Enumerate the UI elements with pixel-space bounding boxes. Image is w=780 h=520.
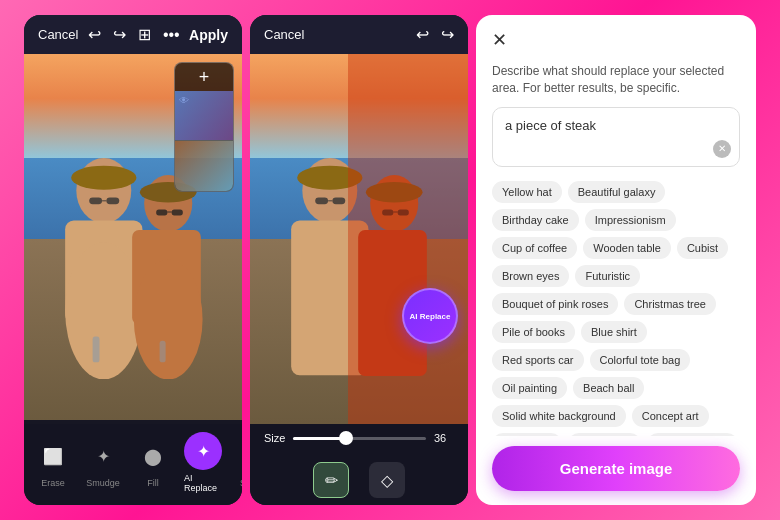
ai-replace-fab-label: AI Replace bbox=[410, 312, 451, 321]
dialog-description: Describe what should replace your select… bbox=[476, 59, 756, 107]
tool-erase[interactable]: ⬜ Erase bbox=[28, 433, 78, 492]
prompt-input[interactable]: a piece of steak ✕ bbox=[492, 107, 740, 167]
brush-icon: ✏ bbox=[325, 471, 338, 490]
tool-smudge[interactable]: ✦ Smudge bbox=[78, 433, 128, 492]
suggestion-chip[interactable]: Blue shirt bbox=[581, 321, 647, 343]
suggestion-chip[interactable]: Solid white background bbox=[492, 405, 626, 427]
svg-rect-12 bbox=[172, 209, 183, 215]
suggestion-chip[interactable]: Concept art bbox=[632, 405, 709, 427]
size-label: Size bbox=[264, 432, 285, 444]
editor-panel-2: Cancel ↩ ↪ bbox=[250, 15, 468, 505]
suggestion-chip[interactable]: Red sports car bbox=[492, 349, 584, 371]
erase-icon: ⬜ bbox=[43, 447, 63, 466]
shape-label: Shape bbox=[240, 478, 242, 488]
ai-replace-fab[interactable]: AI Replace bbox=[402, 288, 458, 344]
panel1-header: Cancel ↩ ↪ ⊞ ••• Apply bbox=[24, 15, 242, 54]
fill-label: Fill bbox=[147, 478, 159, 488]
cancel-button-1[interactable]: Cancel bbox=[38, 27, 78, 42]
brush-tool-icon[interactable]: ✏ bbox=[313, 462, 349, 498]
undo-icon[interactable]: ↩ bbox=[88, 25, 101, 44]
ai-replace-dialog: ✕ Describe what should replace your sele… bbox=[476, 15, 756, 505]
svg-rect-20 bbox=[332, 197, 345, 204]
layer-thumb-2[interactable] bbox=[175, 141, 233, 191]
svg-point-23 bbox=[366, 181, 423, 202]
svg-point-1 bbox=[71, 165, 136, 189]
svg-point-10 bbox=[134, 259, 203, 379]
add-layer-button[interactable]: + bbox=[175, 63, 233, 91]
tool-fill[interactable]: ⬤ Fill bbox=[128, 433, 178, 492]
layers-icon[interactable]: ⊞ bbox=[138, 25, 151, 44]
suggestion-chip[interactable]: Oil painting bbox=[492, 377, 567, 399]
eraser-tool-icon[interactable]: ◇ bbox=[369, 462, 405, 498]
dialog-header: ✕ bbox=[476, 15, 756, 59]
smudge-label: Smudge bbox=[86, 478, 120, 488]
svg-rect-11 bbox=[156, 209, 167, 215]
layer-thumb-1[interactable]: 👁 bbox=[175, 91, 233, 141]
tool-shape[interactable]: ⬡ Shape bbox=[228, 433, 242, 492]
ai-replace-icon: ✦ bbox=[197, 442, 210, 461]
redo-icon-2[interactable]: ↪ bbox=[441, 25, 454, 44]
svg-rect-15 bbox=[160, 340, 166, 361]
panel1-header-icons: ↩ ↪ ⊞ ••• bbox=[88, 25, 180, 44]
size-slider-area: Size 36 bbox=[250, 424, 468, 452]
svg-rect-4 bbox=[89, 197, 102, 204]
panel2-header-icons: ↩ ↪ bbox=[416, 25, 454, 44]
generate-btn-wrap: Generate image bbox=[476, 436, 756, 505]
svg-rect-14 bbox=[93, 336, 100, 362]
suggestion-chip[interactable]: Bouquet of pink roses bbox=[492, 293, 618, 315]
clear-input-button[interactable]: ✕ bbox=[713, 140, 731, 158]
suggestion-chip[interactable]: Beach ball bbox=[573, 377, 644, 399]
prompt-input-value: a piece of steak bbox=[505, 118, 727, 133]
panel2-header: Cancel ↩ ↪ bbox=[250, 15, 468, 54]
editor-panel-1: Cancel ↩ ↪ ⊞ ••• Apply bbox=[24, 15, 242, 505]
svg-rect-5 bbox=[106, 197, 119, 204]
svg-rect-26 bbox=[398, 209, 409, 215]
tools-bar: ⬜ Erase ✦ Smudge ⬤ Fill bbox=[24, 420, 242, 505]
suggestion-chip[interactable]: Futuristic bbox=[575, 265, 640, 287]
svg-rect-18 bbox=[291, 220, 368, 375]
panel2-bottom-tools: ✏ ◇ bbox=[250, 452, 468, 505]
redo-icon[interactable]: ↪ bbox=[113, 25, 126, 44]
apply-button[interactable]: Apply bbox=[189, 27, 228, 43]
suggestion-chip[interactable]: Colorful tote bag bbox=[590, 349, 691, 371]
erase-label: Erase bbox=[41, 478, 65, 488]
suggestion-chip[interactable]: Cubist bbox=[677, 237, 728, 259]
svg-rect-25 bbox=[382, 209, 393, 215]
size-track[interactable] bbox=[293, 437, 426, 440]
suggestion-chip[interactable]: Pile of books bbox=[492, 321, 575, 343]
undo-icon-2[interactable]: ↩ bbox=[416, 25, 429, 44]
suggestion-chip[interactable]: Wooden table bbox=[583, 237, 671, 259]
layers-thumbnail[interactable]: + 👁 bbox=[174, 62, 234, 192]
generate-image-button[interactable]: Generate image bbox=[492, 446, 740, 491]
more-icon[interactable]: ••• bbox=[163, 26, 180, 44]
suggestion-chips: Yellow hatBeautiful galaxyBirthday cakeI… bbox=[476, 177, 756, 436]
suggestion-chip[interactable]: Yellow hat bbox=[492, 181, 562, 203]
suggestion-chip[interactable]: Christmas tree bbox=[624, 293, 716, 315]
suggestion-chip[interactable]: Impressionism bbox=[585, 209, 676, 231]
suggestion-chip[interactable]: Birthday cake bbox=[492, 209, 579, 231]
smudge-icon: ✦ bbox=[97, 447, 110, 466]
suggestion-chip[interactable]: Cup of coffee bbox=[492, 237, 577, 259]
tools-row: ⬜ Erase ✦ Smudge ⬤ Fill bbox=[28, 428, 238, 497]
svg-rect-19 bbox=[315, 197, 328, 204]
photo-area-2[interactable]: AI Replace bbox=[250, 54, 468, 424]
suggestion-chip[interactable]: Beautiful galaxy bbox=[568, 181, 666, 203]
close-button[interactable]: ✕ bbox=[492, 29, 507, 51]
cancel-button-2[interactable]: Cancel bbox=[264, 27, 304, 42]
suggestion-chip[interactable]: Brown eyes bbox=[492, 265, 569, 287]
size-value: 36 bbox=[434, 432, 454, 444]
photo-area-1[interactable]: + 👁 bbox=[24, 54, 242, 424]
eraser-icon: ◇ bbox=[381, 471, 393, 490]
ai-replace-label: AI Replace bbox=[184, 473, 222, 493]
svg-point-3 bbox=[65, 242, 142, 379]
svg-point-17 bbox=[297, 165, 362, 189]
fill-icon: ⬤ bbox=[144, 447, 162, 466]
tool-ai-replace[interactable]: ✦ AI Replace bbox=[178, 428, 228, 497]
